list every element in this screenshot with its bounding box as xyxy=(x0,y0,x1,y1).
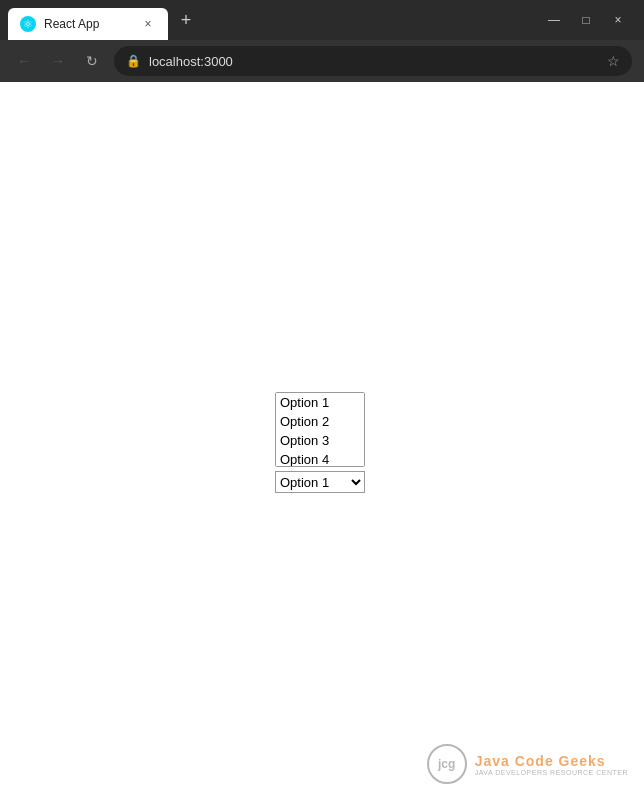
watermark-logo: jcg xyxy=(427,744,467,784)
back-button[interactable]: ← xyxy=(12,49,36,73)
tab-favicon xyxy=(20,16,36,32)
listbox-option-1[interactable]: Option 1 xyxy=(276,393,364,412)
watermark-sub-text: Java Developers Resource Center xyxy=(475,769,628,776)
maximize-button[interactable]: □ xyxy=(576,10,596,30)
address-input-container[interactable]: 🔒 localhost:3000 ☆ xyxy=(114,46,632,76)
tab-title: React App xyxy=(44,17,132,31)
window-controls: — □ × xyxy=(544,10,636,30)
watermark-text-block: Java Code Geeks Java Developers Resource… xyxy=(475,753,628,776)
title-bar: React App × + — □ × xyxy=(0,0,644,40)
listbox-option-3[interactable]: Option 3 xyxy=(276,431,364,450)
watermark-main-text: Java Code Geeks xyxy=(475,753,628,769)
listbox[interactable]: Option 1 Option 2 Option 3 Option 4 xyxy=(275,392,365,467)
reload-button[interactable]: ↻ xyxy=(80,49,104,73)
close-window-button[interactable]: × xyxy=(608,10,628,30)
dropdown-select[interactable]: Option 1 Option 2 Option 3 Option 4 xyxy=(275,471,365,493)
tab-close-button[interactable]: × xyxy=(140,16,156,32)
address-bar: ← → ↻ 🔒 localhost:3000 ☆ xyxy=(0,40,644,82)
page-content: Option 1 Option 2 Option 3 Option 4 Opti… xyxy=(0,82,644,800)
new-tab-button[interactable]: + xyxy=(172,6,200,34)
address-text: localhost:3000 xyxy=(149,54,599,69)
browser-window: React App × + — □ × ← → ↻ 🔒 localhost:30… xyxy=(0,0,644,800)
selects-container: Option 1 Option 2 Option 3 Option 4 Opti… xyxy=(275,392,365,493)
minimize-button[interactable]: — xyxy=(544,10,564,30)
lock-icon: 🔒 xyxy=(126,54,141,68)
listbox-option-2[interactable]: Option 2 xyxy=(276,412,364,431)
forward-button[interactable]: → xyxy=(46,49,70,73)
watermark: jcg Java Code Geeks Java Developers Reso… xyxy=(427,744,628,784)
tab-area: React App × + xyxy=(8,0,536,40)
watermark-logo-text: jcg xyxy=(438,757,455,771)
listbox-option-4[interactable]: Option 4 xyxy=(276,450,364,467)
browser-tab[interactable]: React App × xyxy=(8,8,168,40)
bookmark-icon[interactable]: ☆ xyxy=(607,53,620,69)
